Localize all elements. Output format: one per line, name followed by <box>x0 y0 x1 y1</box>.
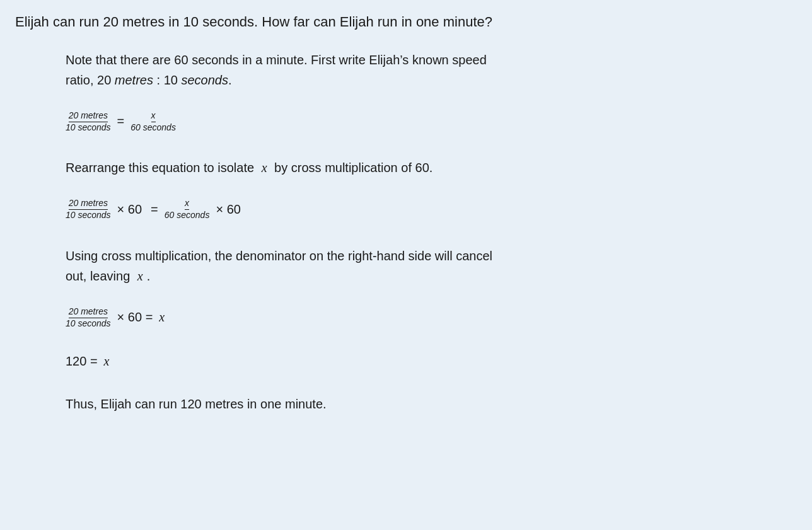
frac2-denominator: 60 seconds <box>130 122 176 133</box>
frac1-numerator: 20 metres <box>69 110 108 122</box>
para1-10: 10 <box>164 73 178 87</box>
equation-4: 120 = x <box>66 354 772 369</box>
eq1-equals: = <box>117 114 125 129</box>
frac3-denominator: 10 seconds <box>66 210 111 221</box>
para3-part1: Using cross multiplication, the denomina… <box>66 249 492 263</box>
para1-ratio-intro: ratio, 20 <box>66 73 111 87</box>
frac5-denominator: 10 seconds <box>66 318 111 329</box>
frac4-numerator: x <box>185 198 189 210</box>
para2-rest: by cross multiplication of 60. <box>274 161 432 175</box>
para3-x: x <box>137 269 143 283</box>
question-text: Elijah can run 20 metres in 10 seconds. … <box>15 13 797 32</box>
conclusion-text: Thus, Elijah can run 120 metres in one m… <box>66 394 772 414</box>
paragraph-1: Note that there are 60 seconds in a minu… <box>66 50 772 90</box>
para1-metres: metres <box>115 73 153 87</box>
fraction-3: 20 metres 10 seconds <box>66 198 111 221</box>
solution-block: Note that there are 60 seconds in a minu… <box>66 50 772 414</box>
fraction-2: x 60 seconds <box>130 110 176 133</box>
para1-dot: . <box>228 73 232 87</box>
equation-2: 20 metres 10 seconds × 60 = x 60 seconds… <box>66 198 772 221</box>
frac5-numerator: 20 metres <box>69 306 108 318</box>
frac2-numerator: x <box>151 110 156 122</box>
para2-text: Rearrange this equation to isolate <box>66 161 254 175</box>
eq2-times60b: × 60 <box>216 202 240 217</box>
para3-dot: . <box>147 269 151 283</box>
para2-x: x <box>262 161 267 175</box>
frac1-denominator: 10 seconds <box>66 122 111 133</box>
eq4-120: 120 = <box>66 354 98 369</box>
para1-note: Note that there are 60 seconds in a minu… <box>66 53 487 67</box>
fraction-5: 20 metres 10 seconds <box>66 306 111 329</box>
eq2-times60a: × 60 <box>117 202 142 217</box>
para1-colon: : <box>157 73 164 87</box>
para1-seconds: seconds <box>181 73 228 87</box>
para3-part2: out, leaving <box>66 269 130 283</box>
frac4-denominator: 60 seconds <box>165 210 210 221</box>
eq2-equals: = <box>151 202 158 217</box>
eq4-x: x <box>104 354 110 369</box>
fraction-1: 20 metres 10 seconds <box>66 110 111 133</box>
eq3-times60-x: × 60 = <box>117 310 153 325</box>
frac3-numerator: 20 metres <box>69 198 108 210</box>
paragraph-3: Using cross multiplication, the denomina… <box>66 246 772 286</box>
equation-3: 20 metres 10 seconds × 60 = x <box>66 306 772 329</box>
equation-1: 20 metres 10 seconds = x 60 seconds <box>66 110 772 133</box>
eq3-x: x <box>159 310 165 325</box>
paragraph-2: Rearrange this equation to isolate x by … <box>66 158 772 178</box>
fraction-4: x 60 seconds <box>165 198 210 221</box>
